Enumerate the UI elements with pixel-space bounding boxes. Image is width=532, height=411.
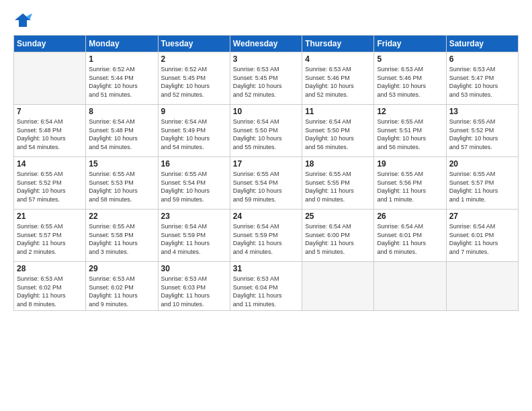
day-info: Sunrise: 6:54 AM Sunset: 5:48 PM Dayligh… [89, 118, 154, 151]
day-info: Sunrise: 6:53 AM Sunset: 5:46 PM Dayligh… [377, 65, 443, 99]
calendar-cell [374, 262, 446, 311]
calendar-week-3: 14Sunrise: 6:55 AM Sunset: 5:52 PM Dayli… [14, 157, 519, 210]
day-number: 3 [233, 54, 299, 64]
day-info: Sunrise: 6:54 AM Sunset: 5:50 PM Dayligh… [305, 118, 371, 151]
header [13, 11, 519, 30]
calendar-cell: 5Sunrise: 6:53 AM Sunset: 5:46 PM Daylig… [374, 52, 446, 105]
day-number: 7 [17, 107, 83, 116]
calendar-cell: 4Sunrise: 6:53 AM Sunset: 5:46 PM Daylig… [302, 52, 374, 105]
day-number: 21 [17, 212, 83, 221]
day-info: Sunrise: 6:53 AM Sunset: 6:02 PM Dayligh… [17, 275, 83, 308]
day-number: 23 [161, 212, 227, 221]
calendar-cell [302, 262, 374, 311]
calendar-cell: 14Sunrise: 6:55 AM Sunset: 5:52 PM Dayli… [14, 157, 86, 210]
day-info: Sunrise: 6:54 AM Sunset: 5:50 PM Dayligh… [233, 118, 299, 151]
day-number: 15 [89, 159, 154, 169]
day-info: Sunrise: 6:55 AM Sunset: 5:54 PM Dayligh… [161, 170, 227, 203]
day-info: Sunrise: 6:55 AM Sunset: 5:57 PM Dayligh… [449, 170, 515, 203]
day-info: Sunrise: 6:53 AM Sunset: 6:02 PM Dayligh… [89, 275, 154, 308]
day-info: Sunrise: 6:55 AM Sunset: 5:52 PM Dayligh… [449, 118, 515, 151]
calendar-cell: 30Sunrise: 6:53 AM Sunset: 6:03 PM Dayli… [158, 262, 230, 311]
calendar-cell: 7Sunrise: 6:54 AM Sunset: 5:48 PM Daylig… [14, 105, 86, 157]
day-number: 4 [305, 54, 371, 64]
day-number: 12 [377, 107, 443, 116]
day-info: Sunrise: 6:55 AM Sunset: 5:51 PM Dayligh… [377, 118, 443, 151]
calendar-cell [14, 52, 86, 105]
day-info: Sunrise: 6:53 AM Sunset: 5:45 PM Dayligh… [233, 65, 299, 99]
day-info: Sunrise: 6:54 AM Sunset: 6:01 PM Dayligh… [377, 222, 443, 256]
day-info: Sunrise: 6:55 AM Sunset: 5:57 PM Dayligh… [17, 222, 83, 256]
day-number: 19 [377, 159, 443, 169]
calendar-cell: 2Sunrise: 6:52 AM Sunset: 5:45 PM Daylig… [158, 52, 230, 105]
weekday-header-saturday: Saturday [446, 36, 518, 52]
weekday-header-friday: Friday [374, 36, 446, 52]
day-number: 11 [305, 107, 371, 116]
calendar-cell: 26Sunrise: 6:54 AM Sunset: 6:01 PM Dayli… [374, 210, 446, 262]
calendar-cell: 16Sunrise: 6:55 AM Sunset: 5:54 PM Dayli… [158, 157, 230, 210]
day-number: 8 [89, 107, 154, 116]
calendar-week-4: 21Sunrise: 6:55 AM Sunset: 5:57 PM Dayli… [14, 210, 519, 262]
day-number: 9 [161, 107, 227, 116]
day-number: 14 [17, 159, 83, 169]
day-info: Sunrise: 6:55 AM Sunset: 5:53 PM Dayligh… [89, 170, 154, 203]
weekday-header-sunday: Sunday [14, 36, 86, 52]
day-info: Sunrise: 6:53 AM Sunset: 5:46 PM Dayligh… [305, 65, 371, 99]
calendar-cell [446, 262, 518, 311]
day-info: Sunrise: 6:54 AM Sunset: 6:01 PM Dayligh… [449, 222, 515, 256]
calendar-cell: 11Sunrise: 6:54 AM Sunset: 5:50 PM Dayli… [302, 105, 374, 157]
logo-icon [13, 11, 32, 30]
calendar-cell: 18Sunrise: 6:55 AM Sunset: 5:55 PM Dayli… [302, 157, 374, 210]
day-info: Sunrise: 6:55 AM Sunset: 5:54 PM Dayligh… [233, 170, 299, 203]
day-number: 28 [17, 264, 83, 273]
calendar-week-1: 1Sunrise: 6:52 AM Sunset: 5:44 PM Daylig… [14, 52, 519, 105]
day-info: Sunrise: 6:53 AM Sunset: 6:04 PM Dayligh… [233, 275, 299, 308]
calendar-cell: 23Sunrise: 6:54 AM Sunset: 5:59 PM Dayli… [158, 210, 230, 262]
weekday-header-tuesday: Tuesday [158, 36, 230, 52]
calendar-week-5: 28Sunrise: 6:53 AM Sunset: 6:02 PM Dayli… [14, 262, 519, 311]
calendar-cell: 31Sunrise: 6:53 AM Sunset: 6:04 PM Dayli… [230, 262, 302, 311]
day-info: Sunrise: 6:52 AM Sunset: 5:44 PM Dayligh… [89, 65, 154, 99]
day-info: Sunrise: 6:53 AM Sunset: 5:47 PM Dayligh… [449, 65, 515, 99]
day-number: 24 [233, 212, 299, 221]
page: SundayMondayTuesdayWednesdayThursdayFrid… [0, 0, 532, 411]
day-number: 17 [233, 159, 299, 169]
day-number: 27 [449, 212, 515, 221]
day-number: 1 [89, 54, 154, 64]
day-info: Sunrise: 6:55 AM Sunset: 5:52 PM Dayligh… [17, 170, 83, 203]
weekday-header-wednesday: Wednesday [230, 36, 302, 52]
calendar-cell: 10Sunrise: 6:54 AM Sunset: 5:50 PM Dayli… [230, 105, 302, 157]
calendar-cell: 12Sunrise: 6:55 AM Sunset: 5:51 PM Dayli… [374, 105, 446, 157]
calendar-cell: 9Sunrise: 6:54 AM Sunset: 5:49 PM Daylig… [158, 105, 230, 157]
day-info: Sunrise: 6:54 AM Sunset: 6:00 PM Dayligh… [305, 222, 371, 256]
day-number: 29 [89, 264, 154, 273]
calendar-cell: 15Sunrise: 6:55 AM Sunset: 5:53 PM Dayli… [86, 157, 158, 210]
calendar-cell: 20Sunrise: 6:55 AM Sunset: 5:57 PM Dayli… [446, 157, 518, 210]
calendar-cell: 28Sunrise: 6:53 AM Sunset: 6:02 PM Dayli… [14, 262, 86, 311]
calendar-cell: 17Sunrise: 6:55 AM Sunset: 5:54 PM Dayli… [230, 157, 302, 210]
day-number: 13 [449, 107, 515, 116]
day-info: Sunrise: 6:55 AM Sunset: 5:55 PM Dayligh… [305, 170, 371, 203]
day-info: Sunrise: 6:55 AM Sunset: 5:56 PM Dayligh… [377, 170, 443, 203]
day-number: 18 [305, 159, 371, 169]
day-number: 20 [449, 159, 515, 169]
calendar-cell: 22Sunrise: 6:55 AM Sunset: 5:58 PM Dayli… [86, 210, 158, 262]
calendar-cell: 13Sunrise: 6:55 AM Sunset: 5:52 PM Dayli… [446, 105, 518, 157]
logo [13, 11, 34, 30]
calendar-cell: 8Sunrise: 6:54 AM Sunset: 5:48 PM Daylig… [86, 105, 158, 157]
day-info: Sunrise: 6:54 AM Sunset: 5:49 PM Dayligh… [161, 118, 227, 151]
day-number: 31 [233, 264, 299, 273]
day-info: Sunrise: 6:54 AM Sunset: 5:59 PM Dayligh… [161, 222, 227, 256]
calendar-cell: 21Sunrise: 6:55 AM Sunset: 5:57 PM Dayli… [14, 210, 86, 262]
day-info: Sunrise: 6:52 AM Sunset: 5:45 PM Dayligh… [161, 65, 227, 99]
calendar-cell: 24Sunrise: 6:54 AM Sunset: 5:59 PM Dayli… [230, 210, 302, 262]
day-info: Sunrise: 6:55 AM Sunset: 5:58 PM Dayligh… [89, 222, 154, 256]
day-info: Sunrise: 6:54 AM Sunset: 5:59 PM Dayligh… [233, 222, 299, 256]
calendar-week-2: 7Sunrise: 6:54 AM Sunset: 5:48 PM Daylig… [14, 105, 519, 157]
day-number: 5 [377, 54, 443, 64]
day-number: 26 [377, 212, 443, 221]
weekday-header-row: SundayMondayTuesdayWednesdayThursdayFrid… [14, 36, 519, 52]
day-number: 30 [161, 264, 227, 273]
calendar-table: SundayMondayTuesdayWednesdayThursdayFrid… [13, 35, 519, 311]
day-info: Sunrise: 6:54 AM Sunset: 5:48 PM Dayligh… [17, 118, 83, 151]
day-number: 25 [305, 212, 371, 221]
